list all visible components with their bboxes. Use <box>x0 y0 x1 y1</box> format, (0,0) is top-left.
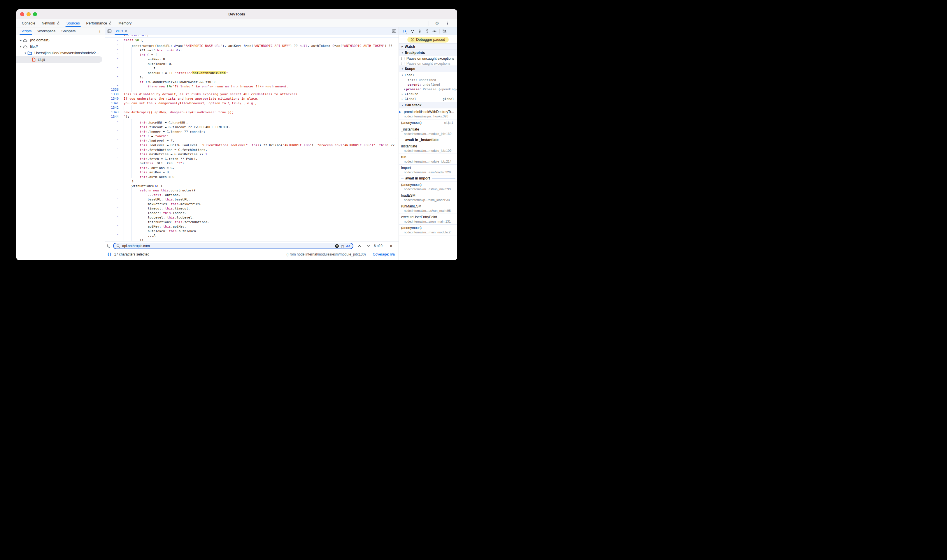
code-line[interactable]: -...I, <box>105 65 399 70</box>
kebab-icon[interactable]: ⋮ <box>446 21 450 25</box>
code-line[interactable]: -apiKey: B, <box>105 56 399 61</box>
navigator-toggle-icon[interactable] <box>107 29 112 33</box>
line-gutter[interactable]: - <box>105 83 121 88</box>
code-line[interactable]: -$F1.set(this, void 0); <box>105 47 399 52</box>
code-line[interactable]: -} <box>105 178 399 182</box>
line-gutter[interactable]: - <box>105 214 121 218</box>
line-gutter[interactable]: - <box>105 196 121 200</box>
chevron-right-icon[interactable]: ▶ <box>19 39 23 42</box>
code-line[interactable]: -this.logger = G.logger ?? console; <box>105 128 399 133</box>
line-gutter[interactable]: 1338 <box>105 88 121 92</box>
line-gutter[interactable]: - <box>105 182 121 187</box>
previous-match-icon[interactable] <box>358 244 361 248</box>
line-gutter[interactable]: - <box>105 209 121 214</box>
line-gutter[interactable]: - <box>105 173 121 178</box>
tab-console[interactable]: Console <box>19 19 39 27</box>
line-gutter[interactable]: - <box>105 178 121 182</box>
code-line[interactable]: 1340If you understand the risks and have… <box>105 97 399 101</box>
code-line[interactable]: -withOptions(A) { <box>105 182 399 187</box>
line-gutter[interactable]: - <box>105 56 121 61</box>
section-scope[interactable]: ▼Scope <box>399 66 457 72</box>
file-tab-cli-js[interactable]: cli.js × <box>113 28 130 35</box>
checkbox-pause-caught[interactable] <box>401 62 404 65</box>
code-editor[interactable]: var Xs0, $F1;-class $8 {-constructor({ba… <box>105 35 399 242</box>
tree-item-cli-js[interactable]: cli.js <box>16 56 102 63</box>
clear-search-icon[interactable]: ✕ <box>335 244 339 248</box>
line-gutter[interactable]: - <box>105 237 121 241</box>
call-stack-frame[interactable]: loadESMnode:internal/p.../esm_loader:34 <box>399 192 457 203</box>
code-line[interactable]: -if (!G.dangerouslyAllowBrowser && Ys0()… <box>105 78 399 83</box>
code-line[interactable]: -throw new L9(`It looks like you're runn… <box>105 83 399 88</box>
replace-toggle-icon[interactable]: AB <box>107 244 111 249</box>
line-gutter[interactable]: - <box>105 191 121 196</box>
line-gutter[interactable]: - <box>105 137 121 142</box>
code-line[interactable]: -...this._options, <box>105 191 399 196</box>
line-gutter[interactable]: - <box>105 132 121 137</box>
code-line[interactable]: 1342 <box>105 106 399 110</box>
call-stack-frame[interactable]: executeUserEntryPointnode:internal/m...s… <box>399 214 457 225</box>
chevron-down-icon[interactable]: ▼ <box>19 45 23 48</box>
code-line[interactable]: -this.authToken = Q <box>105 173 399 178</box>
line-gutter[interactable] <box>105 35 121 38</box>
code-line[interactable]: -fetchOptions: this.fetchOptions, <box>105 218 399 223</box>
code-line[interactable]: 1341you can set the \`dangerouslyAllowBr… <box>105 101 399 106</box>
code-line[interactable]: -this.fetchOptions = G.fetchOptions, <box>105 146 399 151</box>
code-line[interactable]: -o9(this, $F1, Xs0, "f"), <box>105 160 399 164</box>
section-breakpoints[interactable]: ▼Breakpoints <box>399 49 457 56</box>
code-line[interactable]: 1343new Anthropic({ apiKey, dangerouslyA… <box>105 110 399 115</box>
deactivate-breakpoints-icon[interactable] <box>442 29 447 34</box>
editor-scrollbar-thumb[interactable] <box>395 138 398 165</box>
call-stack-frame[interactable]: (anonymous)cli.js:1 <box>399 120 457 126</box>
line-gutter[interactable]: - <box>105 60 121 65</box>
code-line[interactable]: -maxRetries: this.maxRetries, <box>105 200 399 205</box>
line-gutter[interactable]: - <box>105 119 121 124</box>
code-line[interactable]: -this.fetch = G.fetch ?? Fs0(), <box>105 155 399 160</box>
scope-variable-row[interactable]: this:undefined <box>399 77 457 82</box>
scope-variable-row[interactable]: ▶promise:Promise {<pending>} <box>399 87 457 91</box>
line-gutter[interactable]: - <box>105 51 121 56</box>
line-gutter[interactable]: - <box>105 164 121 169</box>
scope-group-global[interactable]: ▶Globalglobal <box>399 97 457 102</box>
call-stack-frame[interactable]: runnode:internal/m...module_job:214 <box>399 154 457 165</box>
step-into-icon[interactable] <box>418 29 422 34</box>
chevron-down-icon[interactable]: ▼ <box>23 52 28 54</box>
code-line[interactable]: -let G = { <box>105 51 399 56</box>
line-gutter[interactable]: - <box>105 223 121 228</box>
code-line[interactable]: -return new this.constructor({ <box>105 187 399 191</box>
call-stack-frame[interactable]: ▶promiseInitHookWithDestroyTr...node:int… <box>399 109 457 120</box>
code-line[interactable]: -baseURL: this.baseURL, <box>105 196 399 200</box>
code-line[interactable]: -...A <box>105 232 399 237</box>
line-gutter[interactable]: 1339 <box>105 92 121 97</box>
call-stack-frame[interactable]: runMainESMnode:internal/m...es/run_main:… <box>399 203 457 214</box>
line-gutter[interactable]: - <box>105 47 121 52</box>
code-line[interactable]: -this.logLevel = Hc1(G.logLevel, "Client… <box>105 142 399 146</box>
close-tab-icon[interactable]: × <box>125 29 127 33</box>
tab-network[interactable]: Network <box>39 19 63 27</box>
line-gutter[interactable]: 1340 <box>105 97 121 101</box>
code-line[interactable]: -baseURL: A || "https://api.anthropic.co… <box>105 69 399 74</box>
line-gutter[interactable]: - <box>105 78 121 83</box>
tab-scripts[interactable]: Scripts <box>17 28 34 35</box>
code-line[interactable]: -logger: this.logger, <box>105 209 399 214</box>
code-line[interactable]: -let Z = "warn"; <box>105 132 399 137</box>
code-line[interactable]: -}) <box>105 237 399 241</box>
line-gutter[interactable]: - <box>105 123 121 128</box>
step-icon[interactable] <box>432 29 437 34</box>
braces-icon[interactable]: {} <box>107 252 111 256</box>
step-out-icon[interactable] <box>425 29 429 34</box>
code-line[interactable]: -this.baseURL = G.baseURL, <box>105 119 399 124</box>
debugger-panel-toggle-icon[interactable] <box>392 29 396 33</box>
call-stack-frame[interactable]: (anonymous)node:internal/m...main_module… <box>399 225 457 235</box>
call-stack-frame[interactable]: _instantiatenode:internal/m...module_job… <box>399 126 457 137</box>
tab-performance[interactable]: Performance <box>83 19 116 27</box>
section-watch[interactable]: ▶Watch <box>399 43 457 50</box>
checkbox-pause-uncaught[interactable] <box>401 57 404 60</box>
line-gutter[interactable]: - <box>105 146 121 151</box>
code-line[interactable]: 1339This is disabled by default, as it r… <box>105 92 399 97</box>
line-gutter[interactable]: - <box>105 151 121 155</box>
tree-item-node-folder[interactable]: ▼ Users/jinhuilee/.nvm/versions/node/v2.… <box>16 50 105 56</box>
gear-icon[interactable]: ⚙ <box>435 21 439 25</box>
pause-caught-exceptions-row[interactable]: Pause on caught exceptions <box>399 61 457 66</box>
line-gutter[interactable]: 1341 <box>105 101 121 106</box>
match-case-toggle[interactable]: Aa <box>346 244 350 248</box>
